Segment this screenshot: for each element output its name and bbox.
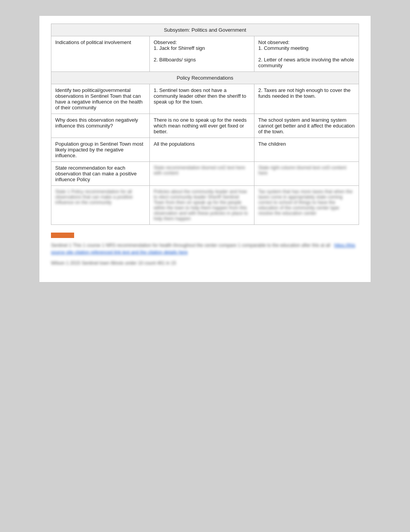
observed-item-1: 1. Jack for Shirreff sign xyxy=(154,45,250,51)
row2-col2: 1. Sentinel town does not have a communi… xyxy=(150,84,254,114)
row2-col3: 2. Taxes are not high enough to cover th… xyxy=(254,84,359,114)
row5-label: State recommendation for each observatio… xyxy=(51,162,150,186)
not-observed-item-2: 2. Letter of news article involving the … xyxy=(258,57,355,68)
policy-header: Policy Recommendations xyxy=(51,72,359,84)
row1-not-observed: Not observed: 1. Community meeting 2. Le… xyxy=(254,36,359,72)
main-table: Indications of political involvement Sub… xyxy=(51,24,359,225)
footer-line1: Sentinel 1 This 1 course 1 NRS recommend… xyxy=(51,242,359,256)
row2-label: Identify two political/governmental obse… xyxy=(51,84,150,114)
observed-header: Observed: xyxy=(154,39,250,45)
row3-col2: There is no one to speak up for the need… xyxy=(150,114,254,138)
row4-col3: The children xyxy=(254,138,359,162)
not-observed-item-1: 1. Community meeting xyxy=(258,45,355,51)
row1-label: Indications of political involvement xyxy=(51,36,150,72)
row5-col3: State right column blurred text col3 con… xyxy=(254,162,359,186)
not-observed-header: Not observed: xyxy=(258,39,355,45)
observed-item-2: 2. Billboards/ signs xyxy=(154,57,250,63)
row1-observed: Observed: 1. Jack for Shirreff sign 2. B… xyxy=(150,36,254,72)
subsystem-header: Indications of political involvement Sub… xyxy=(51,24,359,36)
row4-col2: All the populations xyxy=(150,138,254,162)
row6-col2: Policies about the community leader and … xyxy=(150,186,254,225)
row3-label: Why does this observation negatively inf… xyxy=(51,114,150,138)
page-container: Indications of political involvement Sub… xyxy=(39,15,371,282)
subsystem-title: Subsystem: Politics and Government xyxy=(164,27,246,33)
orange-bar-decoration xyxy=(51,233,74,238)
row5-col2: State recommendation blurred col2 text h… xyxy=(150,162,254,186)
row4-label: Population group in Sentinel Town most l… xyxy=(51,138,150,162)
footer-section: Sentinel 1 This 1 course 1 NRS recommend… xyxy=(51,233,359,267)
row6-label: State 1 Policy recommendation for all ob… xyxy=(51,186,150,225)
footer-link[interactable]: https://this source site citation refere… xyxy=(51,243,355,255)
footer-line2: Wilson 1 2015 Sentinel town Illinois und… xyxy=(51,260,359,267)
row6-col3: Tax system that has more taxes that when… xyxy=(254,186,359,225)
row3-col3: The school system and learning system ca… xyxy=(254,114,359,138)
